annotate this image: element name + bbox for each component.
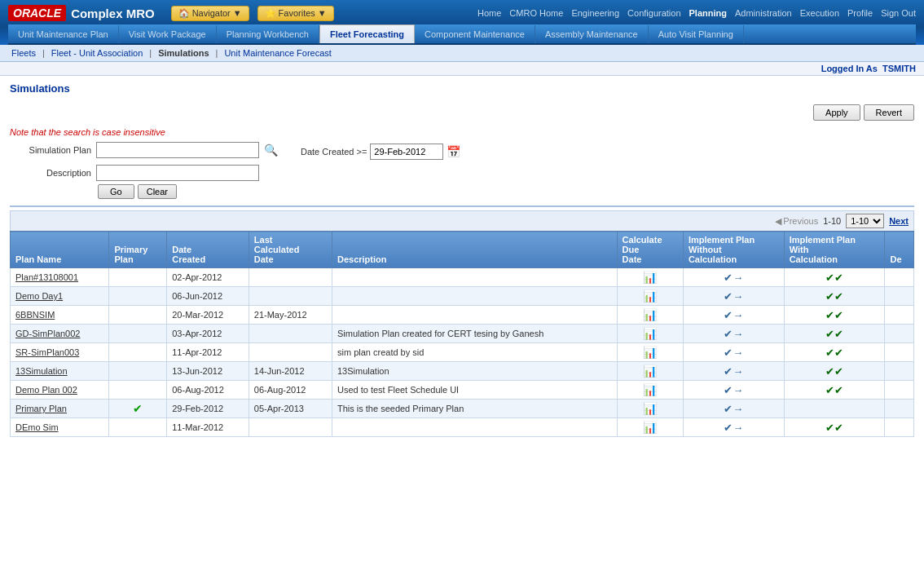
implement-with-calc-cell[interactable]: ✔✔ [784,325,885,343]
plan-name-cell[interactable]: 13Simulation [11,362,109,381]
plan-name-cell[interactable]: DEmo Sim [11,418,109,437]
execution-link[interactable]: Execution [800,8,839,18]
calc-due-date-cell[interactable]: 📊 [617,306,683,325]
calendar-button[interactable]: 📅 [447,145,460,158]
implement-with-icon[interactable]: ✔✔ [825,422,843,434]
calculate-icon[interactable]: 📊 [643,364,657,378]
revert-button[interactable]: Revert [864,104,914,121]
implement-with-calc-cell[interactable] [784,400,885,418]
implement-without-icon[interactable]: ✔→ [724,290,743,303]
implement-with-icon[interactable]: ✔✔ [825,272,843,284]
calculate-icon[interactable]: 📊 [643,289,657,303]
plan-name-cell[interactable]: 6BBNSIM [11,306,109,325]
engineering-link[interactable]: Engineering [571,8,619,18]
col-date-created: DateCreated [167,232,249,268]
calculate-icon[interactable]: 📊 [643,271,657,284]
description-input[interactable] [96,165,259,181]
subnav-fleets[interactable]: Fleets [7,47,41,59]
configuration-link[interactable]: Configuration [627,8,680,18]
calc-due-date-cell[interactable]: 📊 [617,362,683,381]
go-button[interactable]: Go [98,184,134,199]
col-de: De [885,232,914,268]
profile-link[interactable]: Profile [847,8,873,18]
plan-name-cell[interactable]: GD-SimPlan002 [11,325,109,343]
cmro-home-link[interactable]: CMRO Home [509,8,563,18]
implement-without-calc-cell[interactable]: ✔→ [683,343,784,362]
date-created-input[interactable] [370,144,443,160]
implement-with-calc-cell[interactable]: ✔✔ [784,268,885,287]
tab-fleet-forecasting[interactable]: Fleet Forecasting [319,24,415,43]
next-button[interactable]: Next [889,216,909,226]
plan-name-cell[interactable]: Demo Plan 002 [11,381,109,400]
implement-without-calc-cell[interactable]: ✔→ [683,418,784,437]
calculate-icon[interactable]: 📊 [643,402,657,415]
implement-without-calc-cell[interactable]: ✔→ [683,400,784,418]
implement-without-calc-cell[interactable]: ✔→ [683,306,784,325]
tab-component-maintenance[interactable]: Component Maintenance [415,25,535,43]
implement-without-icon[interactable]: ✔→ [724,422,743,434]
apply-button[interactable]: Apply [813,104,860,121]
implement-with-icon[interactable]: ✔✔ [825,290,843,303]
plan-name-cell[interactable]: Primary Plan [11,400,109,418]
tab-assembly-maintenance[interactable]: Assembly Maintenance [535,25,649,43]
implement-without-calc-cell[interactable]: ✔→ [683,268,784,287]
home-link[interactable]: Home [477,8,501,18]
tab-visit-work-package[interactable]: Visit Work Package [119,25,217,43]
sign-out-link[interactable]: Sign Out [881,8,916,18]
calc-due-date-cell[interactable]: 📊 [617,287,683,306]
primary-plan-cell [109,418,167,437]
calculate-icon[interactable]: 📊 [643,308,657,321]
plan-name-cell[interactable]: SR-SimPlan003 [11,343,109,362]
calc-due-date-cell[interactable]: 📊 [617,418,683,437]
previous-button: ◀ Previous [775,216,818,227]
administration-link[interactable]: Administration [735,8,792,18]
implement-with-icon[interactable]: ✔✔ [825,365,843,378]
implement-with-calc-cell[interactable]: ✔✔ [784,362,885,381]
calculate-icon[interactable]: 📊 [643,346,657,359]
implement-without-icon[interactable]: ✔→ [724,328,743,340]
tab-unit-maintenance-plan[interactable]: Unit Maintenance Plan [8,25,119,43]
calc-due-date-cell[interactable]: 📊 [617,268,683,287]
tab-planning-workbench[interactable]: Planning Workbench [217,25,319,43]
calc-due-date-cell[interactable]: 📊 [617,325,683,343]
implement-with-icon[interactable]: ✔✔ [825,309,843,321]
implement-with-icon[interactable]: ✔✔ [825,384,843,396]
implement-with-calc-cell[interactable]: ✔✔ [784,381,885,400]
calc-due-date-cell[interactable]: 📊 [617,400,683,418]
calc-due-date-cell[interactable]: 📊 [617,381,683,400]
tab-auto-visit-planning[interactable]: Auto Visit Planning [649,25,744,43]
implement-without-calc-cell[interactable]: ✔→ [683,325,784,343]
planning-link[interactable]: Planning [689,8,727,18]
implement-without-icon[interactable]: ✔→ [724,403,743,415]
implement-without-calc-cell[interactable]: ✔→ [683,381,784,400]
calculate-icon[interactable]: 📊 [643,421,657,434]
description-cell [332,268,617,287]
calculate-icon[interactable]: 📊 [643,327,657,340]
primary-plan-cell: ✔ [109,400,167,418]
search-icon-button[interactable]: 🔍 [264,144,278,157]
subnav-unit-maintenance-forecast[interactable]: Unit Maintenance Forecast [219,47,336,59]
implement-without-icon[interactable]: ✔→ [724,365,743,378]
implement-without-calc-cell[interactable]: ✔→ [683,287,784,306]
implement-with-calc-cell[interactable]: ✔✔ [784,343,885,362]
plan-name-cell[interactable]: Demo Day1 [11,287,109,306]
implement-with-calc-cell[interactable]: ✔✔ [784,418,885,437]
implement-without-icon[interactable]: ✔→ [724,309,743,321]
sim-plan-input[interactable] [96,142,259,158]
implement-without-calc-cell[interactable]: ✔→ [683,362,784,381]
implement-with-icon[interactable]: ✔✔ [825,347,843,359]
implement-with-calc-cell[interactable]: ✔✔ [784,287,885,306]
page-select[interactable]: 1-10 [846,214,884,228]
calculate-icon[interactable]: 📊 [643,383,657,396]
plan-name-cell[interactable]: Plan#13108001 [11,268,109,287]
implement-with-icon[interactable]: ✔✔ [825,328,843,340]
favorites-button[interactable]: ⭐ Favorites ▼ [257,6,334,21]
implement-without-icon[interactable]: ✔→ [724,384,743,396]
subnav-fleet-unit-association[interactable]: Fleet - Unit Association [46,47,148,59]
navigator-button[interactable]: 🏠 Navigator ▼ [171,6,249,21]
implement-without-icon[interactable]: ✔→ [724,347,743,359]
calc-due-date-cell[interactable]: 📊 [617,343,683,362]
implement-without-icon[interactable]: ✔→ [724,272,743,284]
clear-button[interactable]: Clear [138,184,177,199]
implement-with-calc-cell[interactable]: ✔✔ [784,306,885,325]
